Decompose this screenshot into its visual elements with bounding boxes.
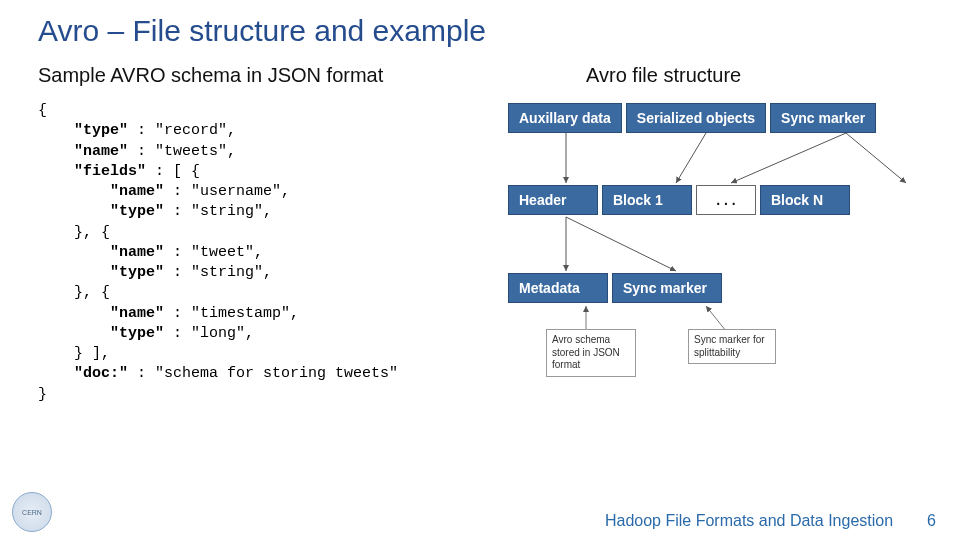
svg-line-1 [676, 133, 706, 183]
box-block1: Block 1 [602, 185, 692, 215]
diagram: Auxillary data Serialized objects Sync m… [506, 101, 948, 381]
note-sync: Sync marker for splittability [688, 329, 776, 364]
box-blockn: Block N [760, 185, 850, 215]
svg-line-2 [731, 133, 846, 183]
code-block: { "type" : "record", "name" : "tweets", … [38, 101, 498, 405]
right-subheading: Avro file structure [586, 64, 948, 87]
box-header: Header [508, 185, 598, 215]
box-metadata: Metadata [508, 273, 608, 303]
left-subheading: Sample AVRO schema in JSON format [38, 64, 498, 87]
note-schema: Avro schema stored in JSON format [546, 329, 636, 377]
content-area: Sample AVRO schema in JSON format { "typ… [0, 56, 960, 405]
top-box-row: Auxillary data Serialized objects Sync m… [508, 103, 876, 133]
box-sync-bottom: Sync marker [612, 273, 722, 303]
svg-line-5 [566, 217, 676, 271]
svg-line-7 [706, 306, 726, 331]
svg-line-3 [846, 133, 906, 183]
cern-logo-icon: CERN [12, 492, 52, 532]
box-ellipsis: . . . [696, 185, 756, 215]
header-box-row: Metadata Sync marker [508, 273, 722, 303]
page-number: 6 [927, 512, 936, 530]
footer-text: Hadoop File Formats and Data Ingestion [605, 512, 893, 530]
footer: Hadoop File Formats and Data Ingestion 6 [605, 512, 936, 530]
left-column: Sample AVRO schema in JSON format { "typ… [38, 56, 498, 405]
box-aux-data: Auxillary data [508, 103, 622, 133]
box-serialized: Serialized objects [626, 103, 766, 133]
slide-title: Avro – File structure and example [0, 0, 960, 56]
right-column: Avro file structure [498, 56, 948, 405]
mid-box-row: Header Block 1 . . . Block N [508, 185, 850, 215]
box-sync-top: Sync marker [770, 103, 876, 133]
